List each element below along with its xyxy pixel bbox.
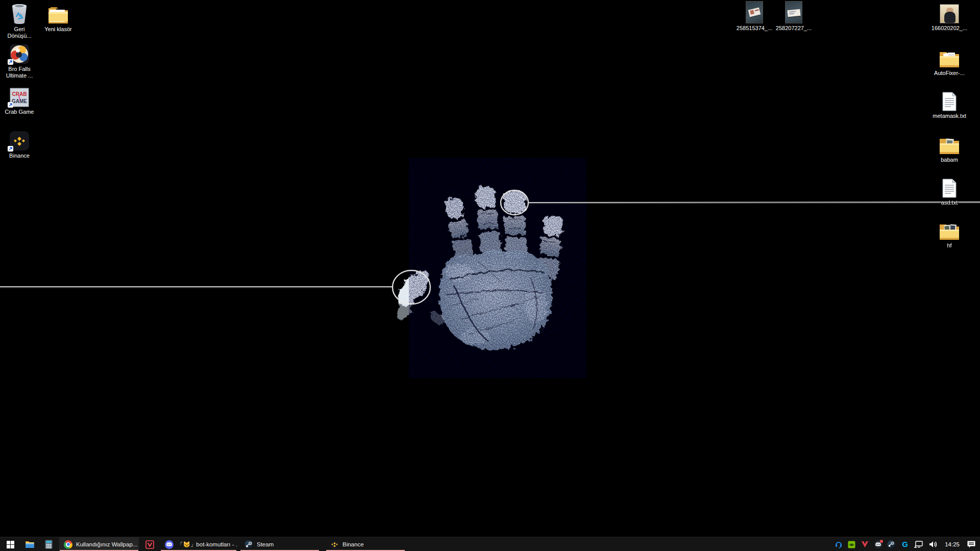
nvidia-tray-icon[interactable]	[847, 540, 856, 549]
icon-label: Crab Game	[0, 109, 39, 115]
taskbar-file-explorer-button[interactable]	[20, 537, 39, 551]
wallpaper-handprint	[0, 0, 980, 551]
desktop-icon-asd-txt[interactable]: asd.txt	[930, 176, 969, 206]
shortcut-arrow-badge	[8, 59, 13, 65]
desktop-icon-photo-258207227[interactable]: 258207227_...	[774, 1, 813, 32]
taskbar-clock[interactable]: 14:25	[943, 541, 962, 547]
icon-label: 166020202_...	[930, 25, 969, 32]
text-file-icon	[942, 92, 957, 111]
desktop-icon-recycle-bin[interactable]: GeriDönüşü...	[0, 2, 39, 39]
icon-label: Yeni klasör	[39, 26, 78, 33]
desktop-icon-binance[interactable]: Binance	[0, 129, 39, 159]
discord-tray-icon[interactable]	[874, 540, 883, 549]
windows-logo-icon	[7, 541, 14, 548]
taskbar-task-steam[interactable]: Steam	[240, 537, 320, 551]
system-tray: G 14:25	[834, 537, 976, 551]
logitech-g-tray-icon[interactable]: G	[900, 540, 909, 549]
desktop-icon-photo-166020202[interactable]: 166020202_...	[930, 1, 969, 32]
shortcut-arrow-badge	[8, 146, 13, 152]
task-label: Binance	[342, 541, 364, 547]
photo-thumbnail	[785, 1, 802, 23]
volume-tray-icon[interactable]	[928, 540, 938, 549]
recycle-bin-icon	[10, 3, 29, 24]
icon-label: AutoFixer-...	[930, 70, 969, 77]
binance-taskbar-icon	[330, 540, 339, 549]
icon-label: 258515374_...	[735, 25, 774, 32]
shortcut-arrow-badge	[8, 102, 13, 108]
valorant-icon	[145, 540, 154, 549]
photo-thumbnail	[746, 1, 763, 23]
desktop-icon-hf-folder[interactable]: hf	[930, 218, 969, 249]
steam-tray-icon[interactable]	[887, 540, 896, 549]
vanguard-tray-icon[interactable]	[861, 540, 869, 549]
icon-label: Binance	[0, 153, 39, 159]
photo-thumbnail	[940, 4, 959, 23]
icon-label: Bro FallsUltimate ...	[0, 66, 39, 79]
steam-icon	[244, 540, 253, 549]
network-tray-icon[interactable]	[914, 540, 924, 549]
taskbar-task-chrome[interactable]: Kullandığınız Wallpap...	[59, 537, 139, 551]
icon-label: 258207227_...	[774, 25, 813, 32]
taskbar-valorant-button[interactable]	[141, 537, 158, 551]
desktop-icon-babam-folder[interactable]: babam	[930, 133, 969, 163]
discord-notification-dot	[880, 540, 883, 543]
taskbar-task-discord[interactable]: 「😼」bot-komutları - ...	[160, 537, 237, 551]
folder-icon	[47, 6, 69, 24]
icon-label: asd.txt	[930, 199, 969, 206]
taskbar-task-binance[interactable]: Binance	[326, 537, 405, 551]
desktop-icon-new-folder[interactable]: Yeni klasör	[39, 2, 78, 33]
task-label: Steam	[257, 541, 274, 547]
calculator-icon	[45, 540, 53, 549]
icon-label: GeriDönüşü...	[0, 26, 39, 39]
task-label: 「😼」bot-komutları - ...	[177, 541, 237, 548]
file-explorer-icon	[25, 540, 35, 548]
folder-photo-icon	[939, 137, 960, 155]
desktop-icon-metamask-txt[interactable]: metamask.txt	[930, 89, 969, 119]
desktop-icon-crab-game[interactable]: CRAB GAME Crab Game	[0, 85, 39, 115]
action-center-icon[interactable]	[966, 540, 976, 549]
icon-label: hf	[930, 242, 969, 249]
icon-label: babam	[930, 157, 969, 163]
desktop-icon-photo-258515374[interactable]: 258515374_...	[735, 1, 774, 32]
desktop: GeriDönüşü... Yeni klasör Bro FallsUltim	[0, 0, 980, 537]
folder-documents-icon	[939, 50, 960, 68]
chrome-icon	[64, 540, 72, 549]
discord-icon	[165, 540, 174, 549]
svg-text:G: G	[902, 540, 908, 548]
headset-tray-icon[interactable]	[834, 540, 843, 549]
icon-label: metamask.txt	[930, 113, 969, 119]
taskbar-calculator-button[interactable]	[39, 537, 58, 551]
desktop-icon-bro-falls[interactable]: Bro FallsUltimate ...	[0, 42, 39, 79]
start-button[interactable]	[0, 537, 20, 551]
task-label: Kullandığınız Wallpap...	[76, 541, 137, 547]
text-file-icon	[942, 179, 957, 198]
taskbar: Kullandığınız Wallpap... 「😼」bot-komutlar…	[0, 537, 980, 551]
desktop-icon-autofixer-folder[interactable]: AutoFixer-...	[930, 46, 969, 77]
folder-photos-icon	[939, 222, 960, 241]
